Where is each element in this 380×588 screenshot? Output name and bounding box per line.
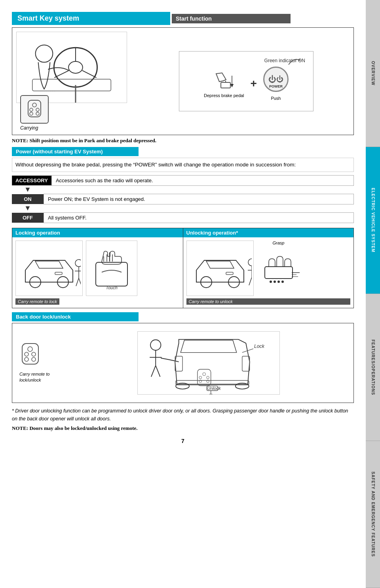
svg-line-54	[151, 366, 156, 377]
svg-point-49	[25, 357, 28, 361]
main-content: Smart Key system Start function	[0, 0, 366, 452]
start-illus-container: Carrying Green indicator ON	[16, 32, 350, 131]
svg-rect-56	[175, 356, 182, 371]
svg-point-22	[75, 260, 81, 267]
lock-car-svg-1	[17, 242, 81, 294]
mode-row-on: ON Power ON; the EV System is not engage…	[12, 194, 354, 204]
svg-point-48	[32, 352, 36, 356]
locking-header: Locking operation	[12, 228, 183, 237]
start-function-illus-box: Carrying Green indicator ON	[12, 27, 354, 135]
back-car-illus: Lock Unlock	[137, 331, 280, 395]
start-function-note: NOTE: Shift position must be in Park and…	[12, 137, 354, 144]
svg-point-50	[32, 357, 36, 361]
plus-sign: +	[251, 77, 257, 90]
back-left-panel: Carry remote to lock/unlock	[16, 339, 64, 387]
lock-car-illus-2: Touch	[86, 241, 137, 296]
back-carry-label: Carry remote to lock/unlock	[19, 371, 61, 384]
back-door-illus-box: Carry remote to lock/unlock	[12, 323, 354, 403]
svg-rect-37	[265, 267, 293, 279]
locking-illus: Touch Carry remote to lock	[12, 237, 183, 308]
arrow-down-1: ▼	[25, 186, 31, 194]
svg-point-38	[270, 281, 272, 283]
svg-point-12	[36, 108, 39, 111]
svg-text:Lock: Lock	[254, 344, 265, 349]
sidebar-item-features[interactable]: FEATURES/OPERATIONS	[366, 294, 380, 441]
push-icon-wrap: ⏻ POWER Push	[263, 67, 289, 101]
off-badge: OFF	[12, 213, 44, 223]
start-function-header: Start function	[172, 14, 291, 23]
svg-point-51	[150, 340, 161, 350]
svg-point-11	[30, 108, 33, 111]
driver-svg	[17, 32, 127, 103]
svg-line-55	[156, 366, 160, 377]
accessory-badge: ACCESSORY	[12, 176, 51, 185]
svg-point-40	[277, 281, 280, 283]
svg-point-41	[281, 281, 284, 283]
svg-point-1	[68, 61, 83, 73]
brake-push-row: Depress brake pedal + ⏻ POWER	[204, 67, 289, 101]
svg-point-7	[36, 45, 53, 62]
svg-line-25	[76, 278, 79, 286]
back-center-panel: Lock Unlock	[68, 331, 350, 395]
start-left-panel: Carrying	[16, 32, 143, 131]
footer-note-star: * Driver door unlocking function can be …	[12, 407, 354, 423]
side-tab-bar: OVERVIEW ELECTRIC VEHICLE SYSTEM FEATURE…	[366, 0, 380, 588]
svg-point-39	[274, 281, 276, 283]
svg-point-65	[207, 376, 209, 379]
back-door-header: Back door lock/unlock	[12, 312, 139, 321]
on-badge: ON	[12, 194, 44, 204]
svg-point-63	[203, 373, 206, 376]
key-fob-icon	[20, 95, 49, 124]
unlock-car-illus	[186, 241, 254, 296]
start-right-panel: Green indicator ON	[143, 32, 350, 131]
brake-pedal-svg	[212, 70, 236, 92]
carry-unlock-label: Carry remote to unlock	[186, 298, 351, 305]
lock-car-illus-1	[15, 241, 83, 296]
power-label: POWER	[264, 84, 287, 88]
sidebar-item-ev-system[interactable]: ELECTRIC VEHICLE SYSTEM	[366, 147, 380, 294]
svg-rect-62	[198, 369, 211, 386]
svg-point-46	[28, 347, 32, 351]
sidebar-item-overview[interactable]: OVERVIEW	[366, 0, 380, 147]
arrow-down-2: ▼	[25, 204, 31, 212]
power-desc: Without depressing the brake pedal, pres…	[12, 158, 354, 172]
lock-car-svg-2: Touch	[88, 242, 135, 294]
svg-point-13	[30, 112, 33, 115]
locking-col: Locking operation	[12, 228, 183, 308]
svg-point-47	[25, 352, 28, 356]
start-right-inner-box: Green indicator ON	[179, 51, 314, 111]
unlocking-col: Unlocking operation*	[183, 228, 354, 308]
carry-lock-label: Carry remote to lock	[15, 298, 59, 305]
carry-remote-label	[19, 342, 41, 368]
svg-point-10	[32, 103, 36, 107]
back-car-svg: Lock Unlock	[138, 331, 279, 395]
svg-rect-21	[55, 272, 62, 275]
mode-table: ACCESSORY Accessories such as the radio …	[12, 175, 354, 223]
svg-line-35	[249, 277, 252, 285]
accessory-desc: Accessories such as the radio will opera…	[51, 175, 354, 186]
push-label: Push	[271, 96, 281, 101]
grasp-svg	[257, 247, 300, 290]
svg-text:Unlock: Unlock	[207, 386, 221, 391]
unlocking-illus: Grasp	[183, 237, 354, 308]
svg-line-3	[54, 71, 69, 78]
svg-text:Touch: Touch	[106, 285, 118, 290]
page-number: 7	[12, 438, 354, 444]
back-door-illus-container: Carry remote to lock/unlock	[16, 327, 350, 399]
svg-line-4	[82, 71, 97, 78]
svg-point-14	[36, 112, 39, 115]
lock-unlock-row: Locking operation	[12, 228, 354, 308]
unlocking-header: Unlocking operation*	[183, 228, 354, 237]
push-arrow-svg	[287, 55, 302, 67]
smart-key-header: Smart Key system	[12, 12, 170, 25]
mode-row-accessory: ACCESSORY Accessories such as the radio …	[12, 175, 354, 186]
svg-rect-57	[242, 356, 250, 371]
back-keyfob-svg	[19, 342, 41, 367]
off-desc: All systems OFF.	[44, 212, 354, 223]
grasp-label: Grasp	[273, 241, 285, 245]
on-desc: Power ON; the EV System is not engaged.	[44, 194, 354, 204]
svg-rect-15	[221, 82, 230, 88]
depress-brake-label: Depress brake pedal	[204, 93, 244, 98]
sidebar-item-safety[interactable]: SAFETY AND EMERGENCY FEATURES	[366, 441, 380, 588]
driver-illustration	[16, 32, 127, 103]
